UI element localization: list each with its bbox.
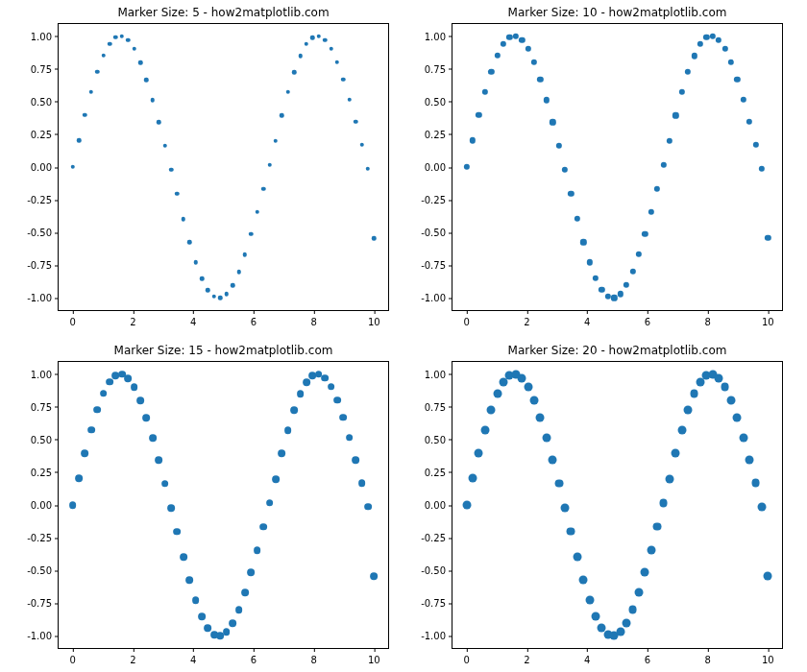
data-point [536, 414, 545, 422]
data-point [641, 567, 649, 576]
y-tick-label: 0.25 [425, 129, 452, 139]
data-point [469, 474, 477, 483]
data-point [352, 456, 359, 464]
data-point [167, 504, 175, 512]
y-tick-label: -1.00 [421, 631, 452, 641]
x-tick-label: 6 [645, 649, 650, 665]
data-point [585, 596, 594, 605]
x-tick-label: 2 [524, 649, 529, 665]
x-tick-label: 8 [310, 311, 316, 327]
data-point [628, 606, 637, 614]
y-tick-label: -0.25 [27, 533, 58, 543]
data-point [235, 606, 243, 613]
data-point [75, 474, 83, 482]
data-point [339, 414, 347, 421]
x-tick-label: 6 [645, 311, 650, 327]
data-point [715, 373, 723, 382]
data-point [634, 588, 643, 597]
data-point [174, 528, 182, 536]
y-tick-label: 0.25 [31, 467, 58, 477]
y-tick-label: -1.00 [27, 631, 58, 641]
data-point [480, 425, 489, 434]
data-point [721, 382, 729, 391]
x-tick-label: 10 [368, 311, 380, 327]
data-point [684, 406, 693, 415]
data-point [665, 474, 673, 483]
x-tick-label: 0 [463, 649, 469, 665]
data-point [690, 390, 698, 398]
data-point [272, 475, 280, 483]
data-point [198, 612, 206, 620]
data-point [623, 619, 631, 628]
data-point [93, 406, 101, 414]
data-point [493, 389, 501, 397]
x-tick-label: 10 [762, 311, 774, 327]
x-tick-label: 0 [463, 311, 469, 327]
data-point [764, 572, 772, 581]
chart-title: Marker Size: 15 - how2matplotlib.com [58, 344, 389, 357]
data-point [549, 456, 557, 465]
data-point [328, 383, 335, 391]
data-point [266, 499, 274, 507]
chart-title: Marker Size: 10 - how2matplotlib.com [452, 6, 783, 19]
y-tick-label: 0.25 [31, 129, 58, 139]
y-tick-label: 0.75 [31, 63, 58, 74]
data-point [561, 503, 570, 512]
data-point [518, 373, 526, 382]
x-tick-label: 6 [251, 311, 257, 327]
y-tick-label: 0.00 [425, 162, 452, 173]
axes [452, 23, 783, 311]
x-tick-label: 2 [130, 649, 135, 665]
y-tick-label: 1.00 [425, 369, 452, 379]
data-point [185, 576, 193, 584]
figure: Marker Size: 5 - how2matplotlib.com-1.00… [0, 0, 807, 672]
data-point [161, 480, 169, 488]
data-point [205, 624, 212, 632]
x-tick-label: 8 [704, 311, 710, 327]
data-point [573, 553, 581, 562]
data-point [223, 628, 231, 636]
data-point [592, 612, 600, 621]
data-point [87, 426, 95, 434]
x-tick-label: 0 [69, 311, 75, 327]
x-tick-label: 2 [524, 311, 529, 327]
data-point [757, 502, 766, 511]
data-point [149, 434, 157, 442]
data-point [647, 545, 655, 554]
x-tick-label: 2 [130, 311, 135, 327]
x-tick-label: 4 [190, 649, 196, 665]
data-point [131, 383, 138, 391]
x-tick-label: 4 [190, 311, 196, 327]
data-point [124, 374, 132, 382]
subplot-0: Marker Size: 5 - how2matplotlib.com-1.00… [58, 23, 389, 311]
data-point [364, 503, 372, 511]
data-point [180, 553, 187, 561]
data-point [155, 457, 162, 465]
y-tick-label: 0.00 [31, 162, 58, 173]
y-tick-label: -0.50 [27, 228, 58, 238]
y-tick-label: 0.75 [425, 63, 452, 74]
x-tick-label: 8 [310, 649, 316, 665]
data-point [303, 378, 310, 386]
data-point [462, 501, 471, 510]
data-point [653, 522, 662, 531]
chart-title: Marker Size: 20 - how2matplotlib.com [452, 344, 783, 357]
axes [452, 361, 783, 649]
data-point [746, 455, 754, 464]
y-tick-label: 0.75 [425, 401, 452, 412]
y-tick-label: -0.25 [421, 195, 452, 205]
data-point [321, 374, 329, 382]
y-tick-label: -0.50 [421, 565, 452, 576]
y-tick-label: 0.50 [425, 434, 452, 444]
data-point [475, 448, 483, 457]
data-point [284, 426, 292, 434]
data-point [726, 396, 735, 404]
chart-title: Marker Size: 5 - how2matplotlib.com [58, 6, 389, 19]
subplot-3: Marker Size: 20 - how2matplotlib.com-1.0… [452, 361, 783, 649]
data-point [136, 396, 144, 404]
data-point [333, 396, 341, 404]
y-tick-label: -0.25 [27, 195, 58, 205]
axes [58, 23, 389, 311]
y-tick-label: -0.75 [27, 260, 58, 271]
data-point [241, 588, 249, 596]
